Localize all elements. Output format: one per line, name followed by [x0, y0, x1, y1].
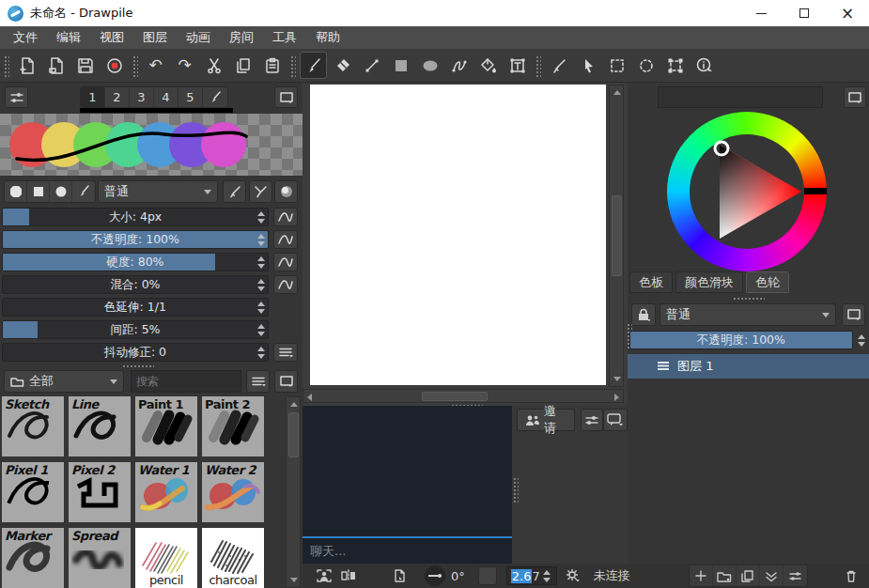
- menu-tools[interactable]: 工具: [263, 26, 306, 49]
- mypaint-brush-button[interactable]: [72, 181, 95, 202]
- brush-slot-1[interactable]: 1: [81, 87, 105, 107]
- drawing-canvas[interactable]: [310, 85, 606, 385]
- size-curve-button[interactable]: [273, 208, 298, 226]
- spacing-slider[interactable]: 间距: 5%: [2, 320, 269, 339]
- toolbar-drag-handle[interactable]: [3, 54, 9, 77]
- chat-input[interactable]: [303, 538, 512, 564]
- tab-color-wheel[interactable]: 色轮: [746, 271, 789, 293]
- brush-slot-2[interactable]: 2: [105, 87, 130, 107]
- layer-properties-button[interactable]: [784, 565, 807, 586]
- smudge-slider[interactable]: 混合: 0%: [2, 275, 269, 294]
- toolbar-drag-handle[interactable]: [132, 54, 138, 77]
- eraser-tool-button[interactable]: [329, 52, 356, 79]
- paste-button[interactable]: [258, 52, 286, 79]
- layer-opacity-spinner[interactable]: [854, 331, 868, 349]
- brush-preview[interactable]: [0, 114, 303, 176]
- menu-file[interactable]: 文件: [4, 26, 47, 49]
- scroll-up-arrow[interactable]: [290, 402, 298, 407]
- toolbar-drag-handle[interactable]: [535, 54, 541, 77]
- dock-splitter-handle[interactable]: [122, 364, 154, 369]
- select-lasso-button[interactable]: [632, 52, 660, 79]
- scrollbar-thumb[interactable]: [422, 392, 488, 401]
- layer-lock-button[interactable]: [631, 303, 656, 326]
- color-pickup-slider[interactable]: 色延伸: 1/1: [2, 298, 269, 317]
- preset-menu-button[interactable]: [246, 370, 270, 393]
- brush-blend-mode-dropdown[interactable]: 普通: [98, 180, 218, 203]
- merge-layer-button[interactable]: [760, 565, 784, 586]
- smudge-spinner[interactable]: [254, 276, 268, 293]
- inspector-tool-button[interactable]: [691, 52, 718, 79]
- erase-mode-button[interactable]: [249, 180, 272, 203]
- minimize-button[interactable]: [739, 0, 783, 26]
- color-pickup-spinner[interactable]: [254, 299, 268, 316]
- undo-button[interactable]: ↶: [142, 52, 169, 79]
- preset-line[interactable]: Line: [69, 396, 131, 456]
- gradient-preview-button[interactable]: [274, 180, 298, 203]
- scroll-up-arrow[interactable]: [613, 90, 621, 95]
- opacity-slider[interactable]: 不透明度: 100%: [2, 230, 269, 249]
- stabilizer-spinner[interactable]: [254, 344, 268, 361]
- chat-window-toggle-button[interactable]: [603, 409, 628, 431]
- opacity-spinner[interactable]: [254, 231, 268, 248]
- menu-animation[interactable]: 动画: [177, 26, 220, 49]
- preset-water2[interactable]: Water 2: [202, 462, 264, 522]
- dock-splitter-handle[interactable]: [733, 297, 765, 302]
- colorpicker-tool-button[interactable]: [545, 52, 572, 79]
- chat-vertical-splitter[interactable]: [512, 476, 519, 503]
- menu-view[interactable]: 视图: [90, 26, 133, 49]
- brush-slot-3[interactable]: 3: [130, 87, 154, 107]
- color-dock-menu-button[interactable]: [844, 86, 866, 108]
- scrollbar-thumb[interactable]: [288, 412, 299, 457]
- preset-pixel1[interactable]: Pixel 1: [2, 462, 64, 522]
- canvas-background-button[interactable]: [388, 565, 411, 586]
- fill-tool-button[interactable]: [474, 52, 502, 79]
- eraser-slot-button[interactable]: [203, 87, 227, 107]
- spacing-spinner[interactable]: [254, 321, 268, 338]
- current-color-bar[interactable]: [80, 108, 233, 113]
- canvas-vscrollbar[interactable]: [609, 85, 624, 387]
- new-document-button[interactable]: [13, 52, 40, 79]
- smudge-curve-button[interactable]: [273, 275, 298, 294]
- rectangle-tool-button[interactable]: [387, 52, 414, 79]
- scroll-left-arrow[interactable]: [307, 394, 312, 401]
- laser-pointer-button[interactable]: [574, 52, 601, 79]
- ellipse-tool-button[interactable]: [416, 52, 443, 79]
- hardness-spinner[interactable]: [254, 254, 268, 271]
- transform-tool-button[interactable]: [661, 52, 689, 79]
- close-button[interactable]: ×: [826, 0, 869, 26]
- size-spinner[interactable]: [254, 209, 268, 225]
- chat-message-area[interactable]: [303, 406, 512, 536]
- preset-category-dropdown[interactable]: 全部: [4, 370, 124, 393]
- session-settings-button[interactable]: [581, 409, 603, 431]
- color-hex-input[interactable]: [658, 86, 823, 108]
- stabilizer-menu-button[interactable]: [273, 343, 298, 362]
- menu-session[interactable]: 房间: [220, 26, 263, 49]
- zoom-input[interactable]: 2.67: [506, 566, 557, 585]
- text-tool-button[interactable]: [504, 52, 531, 79]
- preset-dock-menu-button[interactable]: [274, 370, 298, 393]
- view-settings-button[interactable]: [561, 565, 585, 586]
- menu-layer[interactable]: 图层: [133, 26, 177, 49]
- menu-edit[interactable]: 编辑: [47, 26, 90, 49]
- brush-slot-5[interactable]: 5: [178, 87, 203, 107]
- redo-button[interactable]: ↷: [171, 52, 198, 79]
- curve-tool-button[interactable]: [445, 52, 473, 79]
- layer-dock-menu-button[interactable]: [842, 303, 865, 326]
- layer-opacity-slider[interactable]: 不透明度: 100%: [629, 331, 853, 349]
- hardness-slider[interactable]: 硬度: 80%: [2, 253, 269, 271]
- add-layer-button[interactable]: [690, 565, 713, 586]
- scrollbar-thumb[interactable]: [612, 195, 622, 276]
- brush-tool-button[interactable]: [300, 52, 327, 79]
- square-pixel-brush-button[interactable]: [27, 181, 50, 202]
- brush-settings-toggle-button[interactable]: [5, 86, 28, 108]
- zoom-spinner[interactable]: [540, 570, 554, 582]
- line-tool-button[interactable]: [358, 52, 385, 79]
- preset-paint2[interactable]: Paint 2: [202, 396, 264, 456]
- open-document-button[interactable]: [42, 52, 70, 79]
- tab-palette[interactable]: 色板: [629, 271, 673, 293]
- scroll-right-arrow[interactable]: [614, 394, 619, 401]
- preset-scrollbar[interactable]: [286, 396, 301, 588]
- select-rectangle-button[interactable]: [603, 52, 630, 79]
- delete-layer-button[interactable]: [839, 565, 863, 586]
- soft-round-brush-button[interactable]: [50, 181, 72, 202]
